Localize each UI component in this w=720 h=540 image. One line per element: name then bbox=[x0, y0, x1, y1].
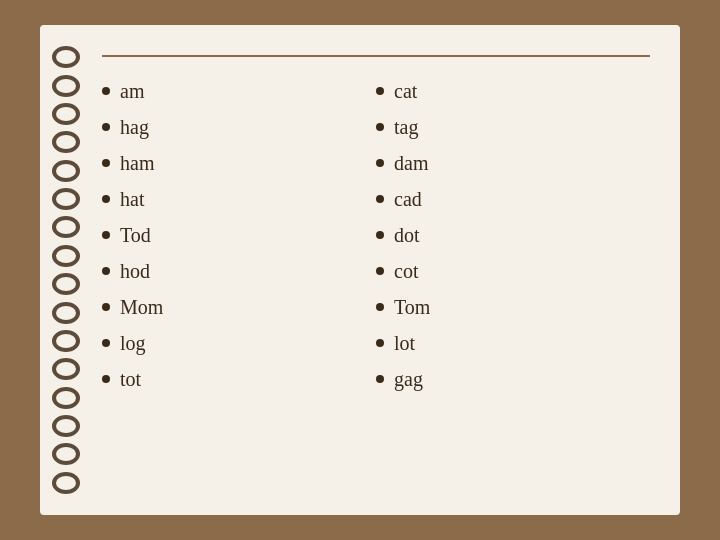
bullet-icon bbox=[376, 339, 384, 347]
title-divider bbox=[102, 55, 650, 57]
word-text: cad bbox=[394, 183, 422, 215]
bullet-icon bbox=[102, 231, 110, 239]
spiral-coil bbox=[52, 216, 80, 238]
bullet-icon bbox=[102, 267, 110, 275]
word-text: dot bbox=[394, 219, 420, 251]
spiral-coil bbox=[52, 330, 80, 352]
list-item: lot bbox=[376, 327, 650, 359]
page-content: amhaghamhatTodhodMomlogtot cattagdamcadd… bbox=[92, 25, 680, 515]
bullet-icon bbox=[376, 195, 384, 203]
list-item: tot bbox=[102, 363, 376, 395]
bullet-icon bbox=[376, 231, 384, 239]
spiral-coil bbox=[52, 160, 80, 182]
bullet-icon bbox=[102, 195, 110, 203]
list-item: cot bbox=[376, 255, 650, 287]
right-word-column: cattagdamcaddotcotTomlotgag bbox=[376, 75, 650, 495]
spiral-coil bbox=[52, 131, 80, 153]
bullet-icon bbox=[376, 123, 384, 131]
bullet-icon bbox=[102, 303, 110, 311]
list-item: cat bbox=[376, 75, 650, 107]
spiral-binding bbox=[40, 25, 92, 515]
word-text: gag bbox=[394, 363, 423, 395]
bullet-icon bbox=[102, 87, 110, 95]
bullet-icon bbox=[102, 123, 110, 131]
bullet-icon bbox=[376, 159, 384, 167]
spiral-coil bbox=[52, 472, 80, 494]
bullet-icon bbox=[102, 339, 110, 347]
word-text: cot bbox=[394, 255, 418, 287]
word-text: log bbox=[120, 327, 146, 359]
word-text: hat bbox=[120, 183, 144, 215]
spiral-coil bbox=[52, 415, 80, 437]
bullet-icon bbox=[376, 375, 384, 383]
list-item: hod bbox=[102, 255, 376, 287]
list-item: cad bbox=[376, 183, 650, 215]
list-item: tag bbox=[376, 111, 650, 143]
bullet-icon bbox=[376, 267, 384, 275]
spiral-coil bbox=[52, 75, 80, 97]
list-item: Tom bbox=[376, 291, 650, 323]
word-text: hod bbox=[120, 255, 150, 287]
spiral-coil bbox=[52, 387, 80, 409]
list-item: ham bbox=[102, 147, 376, 179]
list-item: hag bbox=[102, 111, 376, 143]
word-text: hag bbox=[120, 111, 149, 143]
word-text: Mom bbox=[120, 291, 163, 323]
word-text: am bbox=[120, 75, 144, 107]
spiral-coil bbox=[52, 245, 80, 267]
notebook: amhaghamhatTodhodMomlogtot cattagdamcadd… bbox=[40, 25, 680, 515]
spiral-coil bbox=[52, 188, 80, 210]
spiral-coil bbox=[52, 443, 80, 465]
list-item: am bbox=[102, 75, 376, 107]
word-text: Tom bbox=[394, 291, 430, 323]
bullet-icon bbox=[102, 159, 110, 167]
word-text: tag bbox=[394, 111, 418, 143]
spiral-coil bbox=[52, 46, 80, 68]
list-item: dam bbox=[376, 147, 650, 179]
spiral-coil bbox=[52, 103, 80, 125]
list-item: gag bbox=[376, 363, 650, 395]
word-text: Tod bbox=[120, 219, 151, 251]
left-word-column: amhaghamhatTodhodMomlogtot bbox=[102, 75, 376, 495]
list-item: Tod bbox=[102, 219, 376, 251]
list-item: Mom bbox=[102, 291, 376, 323]
word-text: ham bbox=[120, 147, 154, 179]
spiral-coil bbox=[52, 273, 80, 295]
words-section: amhaghamhatTodhodMomlogtot cattagdamcadd… bbox=[102, 75, 650, 495]
word-text: lot bbox=[394, 327, 415, 359]
bullet-icon bbox=[376, 87, 384, 95]
list-item: dot bbox=[376, 219, 650, 251]
word-text: cat bbox=[394, 75, 417, 107]
spiral-coil bbox=[52, 358, 80, 380]
list-item: log bbox=[102, 327, 376, 359]
bullet-icon bbox=[102, 375, 110, 383]
spiral-coil bbox=[52, 302, 80, 324]
bullet-icon bbox=[376, 303, 384, 311]
list-item: hat bbox=[102, 183, 376, 215]
word-text: dam bbox=[394, 147, 428, 179]
word-text: tot bbox=[120, 363, 141, 395]
